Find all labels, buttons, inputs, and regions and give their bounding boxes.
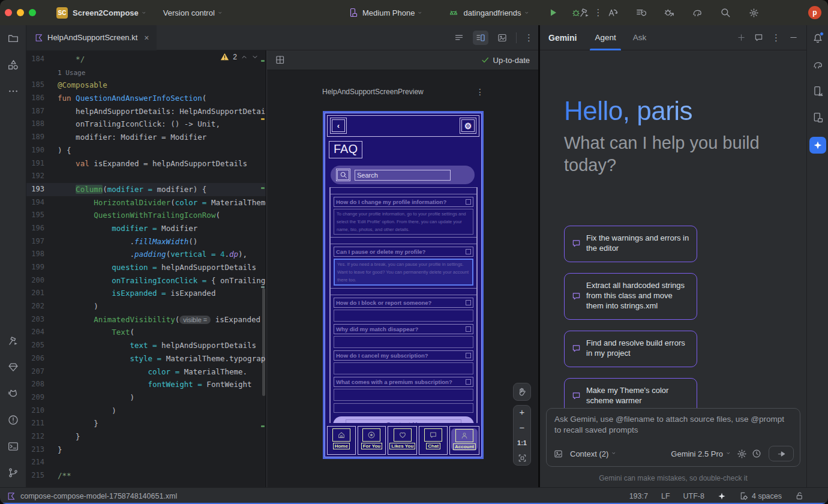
code-line[interactable]: 203 AnimatedVisibility(visible = isExpan… [26, 313, 266, 326]
code-line[interactable]: 188 onTrailingIconClick: () -> Unit, [26, 118, 266, 131]
code-line[interactable]: 195 QuestionWithTrailingIconRow( [26, 209, 266, 222]
gemini-icon[interactable] [809, 137, 826, 154]
device-explorer-icon[interactable] [811, 110, 825, 125]
code-line[interactable]: 215/** [26, 469, 266, 482]
suggestion-card[interactable]: Fix the warnings and errors in the edito… [564, 226, 697, 262]
code-view-button[interactable] [451, 31, 467, 45]
logcat-icon[interactable] [6, 386, 20, 401]
preview-settings-button[interactable]: ⚙ [460, 118, 476, 134]
faq-question[interactable]: How do I cancel my subscription? [334, 350, 473, 361]
chat-history-icon[interactable] [754, 33, 763, 42]
split-view-button[interactable] [473, 31, 488, 45]
indent-config[interactable]: 4 spaces [739, 491, 782, 500]
code-line[interactable]: 197 .fillMaxWidth() [26, 235, 266, 248]
code-line[interactable]: 213} [26, 443, 266, 457]
nav-item-for-you[interactable]: For You [358, 426, 386, 455]
code-line[interactable]: 204 Text( [26, 326, 266, 339]
gradle-sync-icon[interactable] [690, 5, 704, 20]
window-close-button[interactable] [5, 9, 12, 16]
expand-icon[interactable] [466, 249, 471, 254]
window-minimize-button[interactable] [17, 9, 24, 16]
gemini-tab-agent[interactable]: Agent [595, 25, 616, 50]
run-button[interactable] [548, 8, 558, 17]
nav-item-account[interactable]: Account [449, 426, 479, 455]
faq-question[interactable]: Can I pause or delete my profile? [334, 247, 473, 257]
preview-device-frame[interactable]: ‹ ⚙ FAQ Search How do I change my profil… [323, 111, 484, 459]
preview-title[interactable]: HelpAndSupportScreenPreview [322, 88, 424, 96]
new-chat-icon[interactable] [737, 33, 746, 42]
preview-back-button[interactable]: ‹ [330, 118, 347, 134]
attach-image-icon[interactable] [554, 449, 563, 458]
preview-search-bar[interactable]: Search [331, 166, 475, 184]
hide-panel-icon[interactable] [789, 33, 798, 42]
prompt-history-icon[interactable] [752, 449, 761, 458]
apply-changes-icon[interactable] [605, 5, 620, 20]
code-line[interactable]: 200 onTrailingIconClick = { onTrailingIc… [26, 274, 266, 287]
code-line[interactable]: 1 Usage [26, 66, 266, 79]
send-button[interactable] [769, 446, 794, 461]
code-line[interactable]: 209 ) [26, 391, 266, 404]
code-line[interactable]: 214 [26, 456, 266, 469]
nav-item-chat[interactable]: Chat [419, 426, 448, 455]
model-selector[interactable]: Gemini 2.5 Pro [671, 449, 732, 458]
code-editor[interactable]: 184 */1 Usage185@Composable186fun Questi… [26, 50, 266, 487]
contact-us-button[interactable]: Contact Us [333, 416, 474, 423]
expand-icon[interactable] [466, 300, 471, 305]
code-line[interactable]: 194 HorizontalDivider(color = MaterialTh… [26, 196, 266, 209]
status-file-name[interactable]: compose-compose-model-1758748140651.xml [20, 492, 177, 500]
expand-icon[interactable] [466, 353, 471, 358]
version-control-icon[interactable] [6, 466, 20, 480]
expand-icon[interactable] [466, 199, 471, 205]
avatar[interactable]: p [808, 6, 821, 19]
suggestion-card[interactable]: Extract all hardcoded strings from this … [564, 273, 697, 320]
code-line[interactable]: 193 Column(modifier = modifier) { [26, 183, 266, 196]
vcs-menu[interactable]: Version control [163, 8, 215, 17]
tab-help-and-support-screen[interactable]: HelpAndSupportScreen.kt × [26, 25, 157, 50]
gemini-options-kebab-icon[interactable]: ⋮ [772, 32, 781, 43]
next-issue-icon[interactable] [251, 53, 259, 61]
suggestion-card[interactable]: Find and resolve build errors in my proj… [564, 331, 697, 367]
line-separator[interactable]: LF [661, 492, 670, 500]
code-line[interactable]: 210 ) [26, 404, 266, 418]
expand-icon[interactable] [466, 379, 471, 385]
search-icon[interactable] [718, 5, 733, 20]
resource-manager-icon[interactable] [6, 58, 20, 72]
faq-question[interactable]: How do I block or report someone? [334, 298, 473, 308]
project-folder-icon[interactable] [6, 31, 20, 46]
code-line[interactable]: 185@Composable [26, 79, 266, 92]
faq-question[interactable]: What comes with a premium subscription? [334, 377, 473, 387]
code-line[interactable]: 191 val isExpanded = helpAndSupportDetai… [26, 157, 266, 170]
zoom-actual-size-button[interactable]: 1:1 [517, 439, 527, 446]
code-line[interactable]: 187 helpAndSupportDetails: HelpAndSuppor… [26, 105, 266, 118]
build-icon[interactable] [577, 5, 592, 20]
zoom-in-button[interactable]: + [520, 408, 525, 416]
inspections-widget[interactable]: 2 [220, 52, 259, 61]
code-line[interactable]: 202 ) [26, 300, 266, 313]
code-line[interactable]: 207 color = MaterialTheme. [26, 365, 266, 379]
zoom-out-button[interactable]: − [520, 424, 525, 432]
code-line[interactable]: 199 question = helpAndSupportDetails [26, 261, 266, 274]
gemini-settings-icon[interactable] [737, 449, 747, 459]
ai-status-icon[interactable] [718, 492, 726, 500]
code-line[interactable]: 186fun QuestionAndAnswerInfoSection( [26, 92, 266, 105]
settings-icon[interactable] [746, 5, 761, 20]
context-selector[interactable]: Context (2) [570, 449, 617, 458]
running-devices-icon[interactable] [811, 84, 825, 98]
preview-options-kebab-icon[interactable]: ⋮ [476, 87, 484, 97]
code-line[interactable]: 201 isExpanded = isExpanded [26, 287, 266, 300]
code-line[interactable]: 208 fontWeight = FontWeight [26, 378, 266, 391]
nav-item-home[interactable]: Home [327, 426, 356, 455]
code-line[interactable]: 205 text = helpAndSupportDetails [26, 339, 266, 352]
app-quality-insights-icon[interactable] [6, 360, 20, 374]
problems-icon[interactable] [6, 413, 20, 427]
code-line[interactable]: 211 } [26, 417, 266, 430]
design-view-button[interactable] [494, 31, 510, 45]
file-lock-icon[interactable] [795, 491, 804, 500]
editor-options-kebab-icon[interactable]: ⋮ [524, 32, 533, 43]
recent-history-icon[interactable] [634, 5, 648, 20]
code-line[interactable]: 198 .padding(vertical = 4.dp), [26, 248, 266, 261]
attach-debugger-icon[interactable] [662, 5, 676, 20]
preview-layout-icon[interactable] [275, 55, 285, 65]
faq-question[interactable]: How do I change my profile information? [334, 197, 473, 207]
build-icon[interactable] [6, 334, 20, 348]
